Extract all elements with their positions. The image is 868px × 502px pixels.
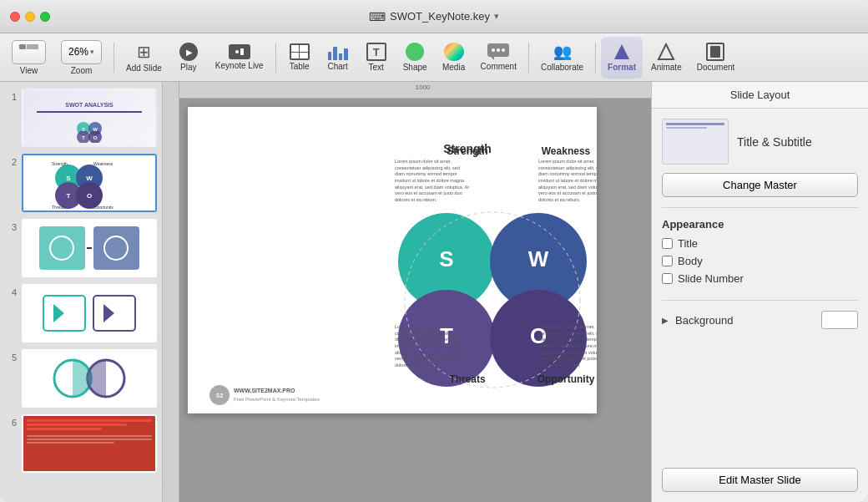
close-button[interactable] bbox=[10, 12, 20, 22]
slide-canvas: Strength Weakness bbox=[188, 107, 597, 413]
change-master-button[interactable]: Change Master bbox=[662, 173, 858, 197]
slide-num-6: 6 bbox=[5, 414, 17, 428]
title-checkbox-row: Title bbox=[662, 237, 858, 250]
slide-thumb-5[interactable]: 5 bbox=[3, 346, 159, 411]
play-button[interactable]: ▶ Play bbox=[170, 37, 207, 79]
svg-text:Opportunity: Opportunity bbox=[92, 205, 114, 209]
svg-text:S2: S2 bbox=[216, 393, 224, 398]
toolbar-divider4 bbox=[595, 43, 596, 73]
format-button[interactable]: Format bbox=[601, 37, 643, 79]
slide-thumb-1[interactable]: 1 SWOT ANALYSIS S W bbox=[3, 85, 159, 150]
svg-text:S: S bbox=[66, 175, 71, 182]
panel-title: Slide Layout bbox=[652, 82, 868, 109]
chart-icon bbox=[328, 43, 348, 60]
slide-num-2: 2 bbox=[5, 154, 17, 167]
comment-label: Comment bbox=[481, 62, 517, 71]
chart-button[interactable]: Chart bbox=[320, 37, 356, 79]
zoom-button[interactable]: 26% ▾ Zoom bbox=[54, 37, 108, 79]
table-label: Table bbox=[290, 62, 310, 71]
svg-rect-22 bbox=[39, 226, 85, 270]
appearance-title: Appearance bbox=[662, 218, 858, 231]
slide-image-3 bbox=[22, 219, 157, 277]
minimize-button[interactable] bbox=[25, 12, 35, 22]
slide-image-2: S W T O Strength Weakness Threats Opport… bbox=[22, 154, 157, 212]
slide-panel: 1 SWOT ANALYSIS S W bbox=[0, 82, 163, 502]
svg-text:W: W bbox=[86, 175, 93, 182]
background-color-swatch[interactable] bbox=[821, 311, 858, 329]
title-checkbox[interactable] bbox=[662, 238, 673, 249]
animate-icon bbox=[657, 43, 675, 61]
keynote-live-button[interactable]: Keynote Live bbox=[209, 37, 270, 79]
main-area: 1 SWOT ANALYSIS S W bbox=[0, 82, 868, 502]
canvas-area: 1000 Strength Weakness bbox=[163, 82, 651, 502]
background-section: ▶ Background bbox=[652, 301, 868, 339]
view-button[interactable]: View bbox=[5, 37, 53, 79]
master-preview: Title & Subtitle bbox=[662, 119, 858, 165]
slide-num-3: 3 bbox=[5, 219, 17, 232]
appearance-section: Appearance Title Body Slide Number bbox=[652, 208, 868, 300]
slide-thumb-6[interactable]: 6 bbox=[3, 411, 159, 476]
slide-number-checkbox[interactable] bbox=[662, 273, 673, 284]
background-collapse-icon[interactable]: ▶ bbox=[662, 316, 669, 325]
animate-button[interactable]: Animate bbox=[644, 37, 689, 79]
zoom-control[interactable]: 26% ▾ bbox=[61, 40, 102, 64]
svg-marker-0 bbox=[614, 44, 629, 59]
svg-text:O: O bbox=[87, 192, 92, 200]
svg-text:T: T bbox=[82, 135, 85, 140]
add-slide-button[interactable]: ⊞ Add Slide bbox=[119, 37, 169, 79]
shape-icon bbox=[406, 43, 424, 61]
text-button[interactable]: T Text bbox=[358, 37, 395, 79]
svg-text:Weakness: Weakness bbox=[542, 145, 591, 157]
zoom-value: 26% bbox=[68, 46, 88, 58]
format-icon bbox=[613, 43, 631, 61]
collaborate-button[interactable]: 👥 Collaborate bbox=[534, 37, 590, 79]
comment-icon bbox=[487, 43, 509, 60]
svg-marker-1 bbox=[659, 44, 674, 59]
slide-num-4: 4 bbox=[5, 284, 17, 297]
animate-label: Animate bbox=[651, 63, 682, 72]
slide-thumb-3[interactable]: 3 bbox=[3, 216, 159, 281]
body-checkbox[interactable] bbox=[662, 256, 673, 266]
svg-text:Free PowerPoint & Keynote Temp: Free PowerPoint & Keynote Templates bbox=[234, 397, 320, 402]
slide-num-1: 1 bbox=[5, 89, 17, 102]
right-panel: Slide Layout Title & Subtitle Change Mas… bbox=[651, 82, 868, 502]
text-label: Text bbox=[369, 63, 384, 72]
toolbar: View 26% ▾ Zoom ⊞ Add Slide ▶ Play bbox=[0, 33, 868, 82]
slide-thumb-2[interactable]: 2 S W T O Strength Weak bbox=[3, 150, 159, 216]
ruler-vertical bbox=[163, 82, 179, 502]
add-slide-icon: ⊞ bbox=[137, 42, 151, 62]
shape-button[interactable]: Shape bbox=[396, 37, 434, 79]
svg-text:WWW.SITE2MAX.PRO: WWW.SITE2MAX.PRO bbox=[234, 388, 295, 393]
toolbar-divider bbox=[114, 43, 114, 73]
slide-image-6 bbox=[22, 414, 157, 473]
ruler-horizontal: 1000 bbox=[163, 82, 651, 99]
media-label: Media bbox=[442, 63, 465, 72]
svg-text:T: T bbox=[67, 192, 71, 200]
ruler-h-label: 1000 bbox=[416, 84, 431, 91]
slide-image-5 bbox=[22, 349, 157, 408]
window-title: ⌨ SWOT_KeyNote.key ▾ bbox=[369, 10, 499, 23]
media-button[interactable]: Media bbox=[436, 37, 472, 79]
svg-rect-23 bbox=[93, 226, 139, 270]
edit-master-button[interactable]: Edit Master Slide bbox=[662, 468, 858, 492]
body-checkbox-row: Body bbox=[662, 255, 858, 267]
svg-text:Strength: Strength bbox=[52, 161, 68, 166]
slide-image-4 bbox=[22, 284, 157, 342]
master-name: Title & Subtitle bbox=[737, 135, 812, 149]
body-checkbox-label: Body bbox=[678, 255, 703, 267]
document-button[interactable]: Document bbox=[690, 37, 742, 79]
svg-text:Strength: Strength bbox=[447, 145, 487, 157]
maximize-button[interactable] bbox=[40, 12, 50, 22]
document-icon bbox=[706, 43, 724, 61]
master-section: Title & Subtitle Change Master bbox=[652, 109, 868, 207]
traffic-lights bbox=[10, 12, 50, 22]
title-checkbox-label: Title bbox=[678, 237, 698, 250]
slide-thumb-4[interactable]: 4 bbox=[3, 281, 159, 346]
keynote-live-icon bbox=[229, 44, 250, 59]
view-icon bbox=[12, 40, 46, 64]
add-slide-label: Add Slide bbox=[126, 63, 162, 73]
slide-image-1: SWOT ANALYSIS S W T O bbox=[22, 89, 157, 147]
view-label: View bbox=[20, 66, 38, 75]
comment-button[interactable]: Comment bbox=[474, 37, 523, 79]
table-button[interactable]: Table bbox=[281, 37, 318, 79]
